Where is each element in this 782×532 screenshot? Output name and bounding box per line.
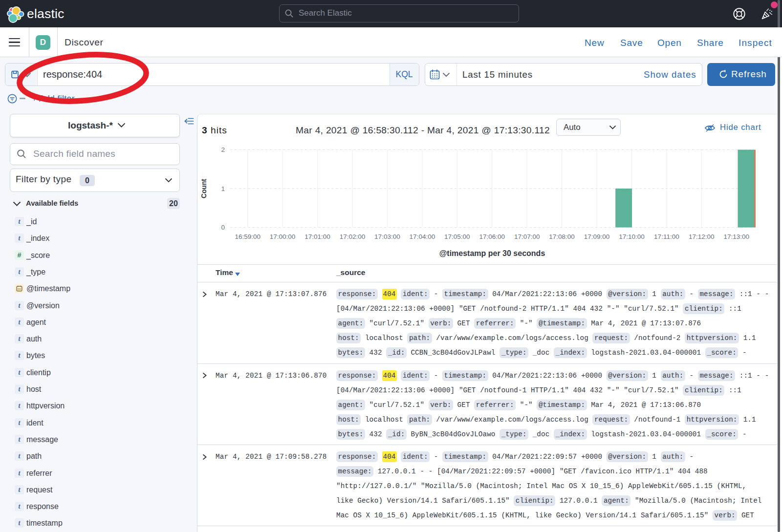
svg-text:17:05:00: 17:05:00	[444, 233, 470, 240]
svg-text:17:08:00: 17:08:00	[549, 233, 575, 240]
svg-text:17:03:00: 17:03:00	[374, 233, 400, 240]
svg-text:17:11:00: 17:11:00	[654, 233, 679, 240]
svg-text:17:10:00: 17:10:00	[619, 233, 645, 240]
svg-text:17:13:00: 17:13:00	[724, 233, 750, 240]
svg-text:0: 0	[221, 224, 225, 231]
svg-text:16:59:00: 16:59:00	[235, 233, 261, 240]
svg-text:17:01:00: 17:01:00	[304, 233, 330, 240]
svg-text:1: 1	[221, 185, 225, 192]
svg-text:17:12:00: 17:12:00	[689, 233, 715, 240]
svg-text:@timestamp per 30 seconds: @timestamp per 30 seconds	[439, 249, 545, 257]
svg-text:17:06:00: 17:06:00	[479, 233, 505, 240]
svg-text:17:09:00: 17:09:00	[584, 233, 610, 240]
svg-text:17:04:00: 17:04:00	[410, 233, 435, 240]
svg-text:17:07:00: 17:07:00	[514, 233, 540, 240]
svg-text:2: 2	[221, 146, 225, 153]
svg-text:17:00:00: 17:00:00	[270, 233, 296, 240]
svg-text:Count: Count	[200, 179, 208, 198]
svg-text:17:02:00: 17:02:00	[340, 233, 366, 240]
